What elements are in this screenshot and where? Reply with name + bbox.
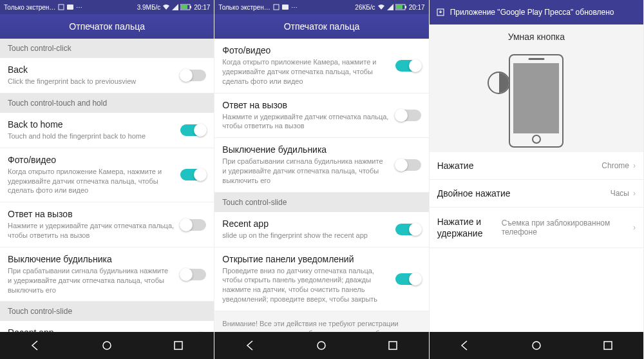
settings-list[interactable]: Touch control-click BackClick the finger… [0,39,214,332]
nav-home[interactable] [524,333,549,358]
svg-rect-6 [175,342,182,349]
setting-back[interactable]: BackClick the fingerprint back to previo… [0,58,214,93]
nav-recent[interactable] [166,333,191,358]
setting-recent-app[interactable]: Recent appslide up on the fingerprint sh… [0,321,214,332]
toggle-switch[interactable] [180,269,206,280]
notification-banner[interactable]: Приложение "Google Play Пресса" обновлен… [430,0,643,24]
signal-icon [387,4,393,10]
side-button-icon [488,72,510,94]
header-title: Отпечаток пальца [69,21,145,32]
toggle-switch[interactable] [395,110,421,121]
section-header: Touch control-slide [0,302,214,321]
footer-note: Внимание! Все эти действия не требуют ре… [214,311,428,332]
row-title: Нажатие и удержание [437,216,502,239]
svg-rect-3 [181,5,187,9]
battery-icon [395,4,407,10]
svg-rect-11 [405,6,406,8]
row-value: Chrome [601,161,629,170]
row-desc: Click the fingerprint back to previousvi… [8,77,174,86]
setting-answer-call[interactable]: Ответ на вызовНажмите и удерживайте датч… [214,93,428,139]
section-header: Touch control-touch and hold [0,93,214,113]
svg-rect-10 [396,5,402,9]
setting-back-home[interactable]: Back to homeTouch and hold the fingerpri… [0,113,214,148]
chevron-right-icon: › [633,161,636,170]
toggle-switch[interactable] [180,124,206,136]
row-title: Ответ на вызов [8,209,174,219]
row-title: Recent app [222,218,388,229]
chevron-right-icon: › [633,189,636,198]
toggle-switch[interactable] [180,169,206,180]
row-desc: Touch and hold the fingerprint back to h… [8,131,174,141]
section-header: Touch control-click [0,39,214,58]
nav-bar [0,332,214,359]
row-title: Фото/видео [222,45,388,55]
wifi-icon [162,4,170,10]
row-title: Back [8,64,174,75]
action-press[interactable]: Нажатие Chrome› [430,152,643,180]
row-desc: Проведите вниз по датчику отпечатка паль… [222,266,388,304]
row-title: Выключение будильника [222,144,388,155]
toggle-switch[interactable] [395,159,421,171]
status-time: 20:17 [409,4,425,11]
row-value: Съемка при заблокированном телефоне [502,218,629,237]
row-title: Двойное нажатие [437,188,511,199]
nav-home[interactable] [94,333,120,358]
svg-rect-7 [274,5,279,10]
dots-icon: ⋯ [291,4,298,11]
phone-illustration [509,54,564,148]
row-title: Открытие панели уведомлений [222,254,388,264]
svg-rect-16 [604,342,612,349]
status-carrier: Только экстрен… [4,4,55,11]
action-long-press[interactable]: Нажатие и удержание Съемка при заблокиро… [430,208,643,248]
nav-back[interactable] [23,333,48,358]
row-title: Ответ на вызов [222,100,388,110]
status-bar: Только экстрен… ⋯ 3.9МБ/с 20:17 [0,0,214,14]
setting-photo-video[interactable]: Фото/видеоКогда открыто приложение Камер… [214,39,428,93]
toggle-switch[interactable] [180,70,206,81]
svg-point-15 [533,342,540,349]
row-value: Часы [611,189,629,198]
setting-notif-panel[interactable]: Открытие панели уведомленийПроведите вни… [214,247,428,311]
screen-fingerprint-2: Только экстрен… ⋯ 26КБ/с 20:17 Отпечаток… [214,0,429,359]
nav-back[interactable] [238,333,263,358]
row-title: Фото/видео [8,155,174,165]
app-header: Умная кнопка [430,24,643,49]
status-carrier: Только экстрен… [218,4,270,11]
screenshot-icon [58,4,64,10]
setting-answer-call[interactable]: Ответ на вызовНажмите и удерживайте датч… [0,202,214,247]
download-icon [436,8,445,17]
action-double-press[interactable]: Двойное нажатие Часы› [430,180,643,208]
status-time: 20:17 [194,4,210,11]
row-title: Выключение будильника [8,254,174,264]
nav-bar [214,332,428,359]
nav-bar [430,332,643,359]
row-desc: slide up on the fingerprint show the rec… [222,231,388,240]
screenshot-icon [273,4,279,10]
toggle-switch[interactable] [395,224,421,235]
illustration [430,49,643,152]
row-desc: Нажмите и удерживайте датчик отпечатка п… [222,112,388,131]
svg-rect-4 [190,6,191,8]
app-header: Отпечаток пальца [0,14,214,39]
toggle-switch[interactable] [180,219,206,231]
nav-home[interactable] [308,333,334,358]
setting-recent-app[interactable]: Recent appslide up on the fingerprint sh… [214,212,428,247]
nav-recent[interactable] [595,333,621,358]
row-title: Нажатие [437,160,474,171]
settings-list[interactable]: Нажатие Chrome› Двойное нажатие Часы› На… [430,152,643,332]
wifi-icon [377,4,385,10]
status-speed: 26КБ/с [355,4,375,11]
toggle-switch[interactable] [395,60,421,72]
toggle-switch[interactable] [395,273,421,285]
row-desc: При срабатывании сигнала будильника нажм… [8,266,174,295]
svg-point-5 [103,342,111,349]
setting-alarm-off[interactable]: Выключение будильникаПри срабатывании си… [214,138,428,193]
setting-alarm-off[interactable]: Выключение будильникаПри срабатывании си… [0,247,214,302]
setting-photo-video[interactable]: Фото/видеоКогда открыто приложение Камер… [0,148,214,203]
nav-back[interactable] [452,333,478,358]
nav-recent[interactable] [380,333,406,358]
dots-icon: ⋯ [76,4,82,11]
svg-rect-1 [67,5,73,10]
screen-fingerprint-1: Только экстрен… ⋯ 3.9МБ/с 20:17 Отпечато… [0,0,214,359]
settings-list[interactable]: Фото/видеоКогда открыто приложение Камер… [214,39,428,332]
